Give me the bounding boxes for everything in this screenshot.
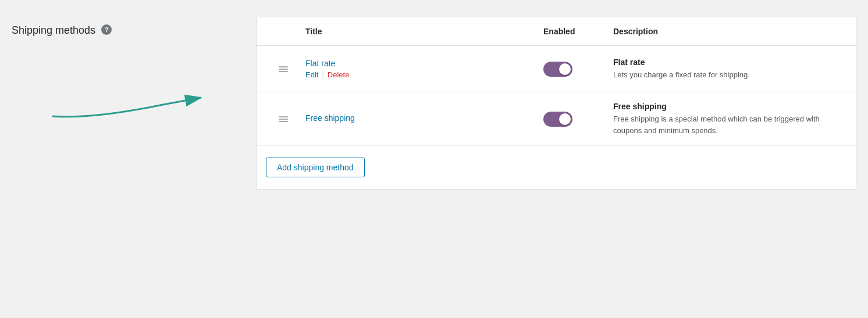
toggle-thumb xyxy=(559,63,571,75)
row-title-group: Flat rate Edit | Delete xyxy=(301,59,539,79)
table-footer: Add shipping method xyxy=(257,146,856,189)
free-shipping-toggle[interactable] xyxy=(543,112,572,127)
table-row: Free shipping Free shipping Free shippin… xyxy=(257,92,856,146)
table-header: Title Enabled Description xyxy=(257,17,856,46)
action-separator: | xyxy=(322,70,323,79)
free-shipping-desc-title: Free shipping xyxy=(613,102,842,111)
free-shipping-desc-text: Free shipping is a special method which … xyxy=(613,113,842,136)
flat-rate-edit-link[interactable]: Edit xyxy=(305,70,318,79)
row-actions: Edit | Delete xyxy=(305,70,534,79)
flat-rate-title-link[interactable]: Flat rate xyxy=(305,59,534,68)
section-title: Shipping methods xyxy=(12,23,95,38)
title-col-header: Title xyxy=(301,24,539,38)
drag-col-header xyxy=(266,24,301,38)
sidebar: Shipping methods ? xyxy=(12,17,256,38)
description-col-header: Description xyxy=(609,24,846,38)
svg-rect-4 xyxy=(279,116,288,117)
svg-rect-1 xyxy=(279,66,288,67)
flat-rate-description: Flat rate Lets you charge a fixed rate f… xyxy=(609,58,846,81)
shipping-methods-table: Title Enabled Description Flat rate Edit… xyxy=(256,17,856,190)
row-title-group: Free shipping xyxy=(301,113,539,125)
help-icon[interactable]: ? xyxy=(101,24,112,35)
svg-rect-5 xyxy=(279,119,288,120)
svg-rect-2 xyxy=(279,69,288,70)
flat-rate-desc-text: Lets you charge a fixed rate for shippin… xyxy=(613,69,842,81)
drag-handle[interactable] xyxy=(266,115,301,124)
drag-handle[interactable] xyxy=(266,65,301,74)
enabled-col-header: Enabled xyxy=(539,24,609,38)
free-shipping-description: Free shipping Free shipping is a special… xyxy=(609,102,846,136)
page-wrapper: Shipping methods ? Title Enabled Descrip… xyxy=(0,0,868,318)
toggle-track xyxy=(543,112,572,127)
toggle-thumb xyxy=(559,113,571,125)
flat-rate-desc-title: Flat rate xyxy=(613,58,842,67)
arrow-annotation xyxy=(47,87,209,122)
flat-rate-toggle[interactable] xyxy=(543,62,572,77)
free-shipping-title-link[interactable]: Free shipping xyxy=(305,113,534,123)
flat-rate-delete-link[interactable]: Delete xyxy=(328,70,350,79)
table-row: Flat rate Edit | Delete Flat rate Lets y… xyxy=(257,46,856,92)
toggle-track xyxy=(543,62,572,77)
svg-rect-6 xyxy=(279,121,288,122)
svg-rect-3 xyxy=(279,71,288,72)
flat-rate-toggle-cell xyxy=(539,62,609,77)
add-shipping-method-button[interactable]: Add shipping method xyxy=(266,158,365,177)
free-shipping-toggle-cell xyxy=(539,112,609,127)
